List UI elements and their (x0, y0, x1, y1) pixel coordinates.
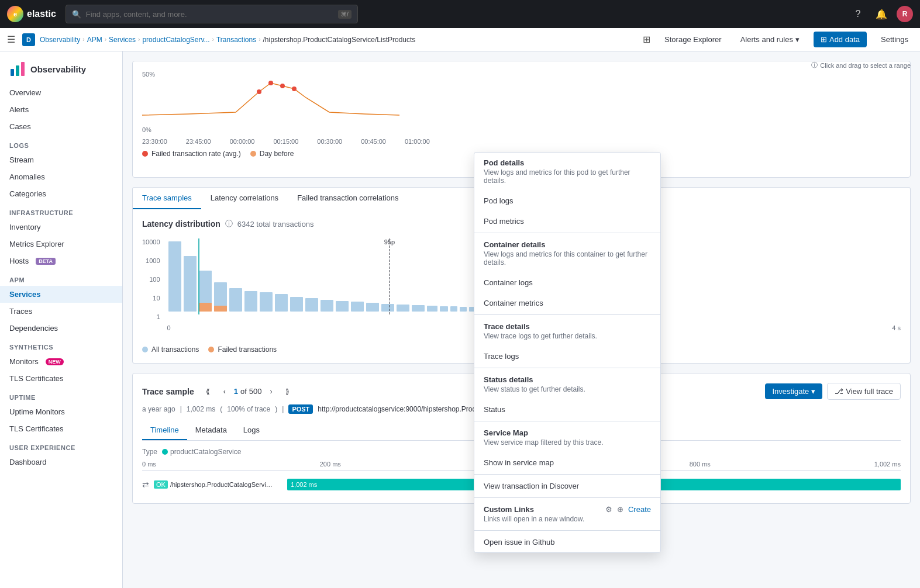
y-label-50: 50% (142, 71, 901, 78)
sidebar-item-dashboard[interactable]: Dashboard (0, 454, 122, 471)
trace-first-btn[interactable]: ⟪ (201, 385, 215, 399)
dropdown-trace-details[interactable]: Trace details View trace logs to get fur… (474, 316, 660, 346)
sidebar-item-monitors[interactable]: Monitors NEW (0, 353, 122, 370)
svg-rect-0 (11, 69, 14, 76)
svg-rect-23 (412, 305, 425, 312)
dropdown-status-details[interactable]: Status details View status to get furthe… (474, 369, 660, 399)
tab-trace-samples[interactable]: Trace samples (133, 188, 201, 209)
sidebar-section-synthetics: Synthetics (0, 337, 122, 353)
view-full-trace-btn[interactable]: ⎇ View full trace (827, 383, 901, 400)
arrows-icon: ⇄ (142, 480, 149, 489)
breadcrumb-d[interactable]: D (22, 33, 35, 46)
main-layout: Observability Overview Alerts Cases Logs… (0, 51, 920, 588)
dropdown-view-discover[interactable]: View transaction in Discover (474, 476, 660, 496)
sidebar-item-overview[interactable]: Overview (0, 84, 122, 101)
svg-rect-18 (336, 301, 349, 312)
legend-day-before: Day before (250, 150, 294, 158)
settings-btn[interactable]: Settings (876, 33, 913, 46)
sidebar-item-dependencies[interactable]: Dependencies (0, 320, 122, 337)
dist-count: 6342 total transactions (237, 220, 314, 229)
help-icon[interactable]: ? (850, 6, 866, 22)
tab-latency-correlations[interactable]: Latency correlations (201, 188, 288, 209)
svg-rect-8 (184, 256, 197, 312)
dropdown-container-logs[interactable]: Container logs (474, 272, 660, 293)
dropdown-container-metrics[interactable]: Container metrics (474, 293, 660, 313)
svg-point-6 (292, 87, 297, 91)
sidebar-item-tls2[interactable]: TLS Certificates (0, 420, 122, 437)
dropdown-show-service-map[interactable]: Show in service map (474, 452, 660, 473)
dist-title: Latency distribution (142, 219, 220, 229)
breadcrumb-arrow-4: › (212, 36, 214, 43)
dropdown-status[interactable]: Status (474, 399, 660, 420)
legend-failed-dot2 (208, 347, 214, 352)
breadcrumb-arrow-2: › (105, 36, 106, 43)
sidebar-item-traces[interactable]: Traces (0, 303, 122, 320)
sidebar-item-tls[interactable]: TLS Certificates (0, 370, 122, 387)
sidebar-item-inventory[interactable]: Inventory (0, 219, 122, 236)
sidebar-item-anomalies[interactable]: Anomalies (0, 168, 122, 185)
dropdown-trace-logs[interactable]: Trace logs (474, 346, 660, 366)
breadcrumb-catalog[interactable]: productCatalogServ... (142, 36, 209, 44)
sidebar-section-infrastructure: Infrastructure (0, 202, 122, 219)
sidebar-item-cases[interactable]: Cases (0, 118, 122, 135)
alerts-rules-btn[interactable]: Alerts and rules ▾ (736, 33, 804, 46)
svg-rect-7 (168, 241, 181, 312)
svg-rect-14 (275, 294, 288, 312)
breadcrumb-observability[interactable]: Observability (40, 36, 80, 44)
add-icon-btn[interactable]: ⊕ (617, 505, 623, 514)
svg-rect-13 (260, 292, 273, 312)
svg-rect-2 (21, 62, 25, 76)
dist-yaxis: 10000 1000 100 10 1 (142, 238, 165, 320)
divider-2 (474, 314, 660, 315)
dropdown-service-map: Service Map View service map filtered by… (474, 423, 660, 452)
trace-tab-timeline[interactable]: Timeline (142, 421, 187, 440)
sidebar: Observability Overview Alerts Cases Logs… (0, 51, 123, 588)
sidebar-item-uptime-monitors[interactable]: Uptime Monitors (0, 403, 122, 420)
trace-tab-logs[interactable]: Logs (235, 421, 268, 440)
sidebar-item-categories[interactable]: Categories (0, 185, 122, 202)
breadcrumb-arrow-1: › (82, 36, 84, 43)
tab-failed-correlations[interactable]: Failed transaction correlations (288, 188, 408, 209)
legend-all-transactions: All transactions (142, 345, 199, 354)
top-bar-right: ? 🔔 R (850, 6, 913, 22)
sidebar-item-stream[interactable]: Stream (0, 151, 122, 168)
click-drag-hint: ⓘ Click and drag to select a range (811, 61, 911, 70)
dropdown-pod-metrics[interactable]: Pod metrics (474, 211, 660, 231)
elastic-logo[interactable]: e elastic (7, 6, 56, 22)
trace-prev-btn[interactable]: ‹ (218, 385, 232, 399)
user-avatar[interactable]: R (897, 6, 913, 22)
trace-tab-metadata[interactable]: Metadata (187, 421, 235, 440)
breadcrumb-apm[interactable]: APM (87, 36, 102, 44)
chevron-down-icon: ▾ (811, 387, 815, 396)
sidebar-item-hosts[interactable]: Hosts BETA (0, 253, 122, 269)
breadcrumb-bar: ☰ D Observability › APM › Services › pro… (0, 28, 920, 51)
breadcrumb-transactions[interactable]: Transactions (216, 36, 256, 44)
bell-icon[interactable]: 🔔 (873, 6, 890, 22)
trace-last-btn[interactable]: ⟫ (281, 385, 295, 399)
add-data-btn[interactable]: ⊞ Add data (814, 32, 867, 47)
trace-icon: ⎇ (835, 387, 843, 396)
breadcrumb-current: /hipstershop.ProductCatalogService/ListP… (263, 36, 416, 44)
sidebar-item-alerts[interactable]: Alerts (0, 101, 122, 118)
investigate-btn[interactable]: Investigate ▾ (765, 383, 822, 399)
dropdown-container-details[interactable]: Container details View logs and metrics … (474, 234, 660, 272)
svg-rect-25 (440, 306, 448, 312)
dropdown-pod-logs[interactable]: Pod logs (474, 191, 660, 211)
observability-icon (9, 61, 26, 77)
settings-icon-btn[interactable]: ⚙ (605, 505, 612, 514)
sidebar-item-services[interactable]: Services (0, 286, 122, 303)
sidebar-item-metrics-explorer[interactable]: Metrics Explorer (0, 236, 122, 253)
dropdown-pod-details[interactable]: Pod details View logs and metrics for th… (474, 153, 660, 191)
create-link-btn[interactable]: Create (628, 505, 651, 514)
search-bar[interactable]: 🔍 ⌘/ (66, 5, 358, 23)
storage-explorer-btn[interactable]: Storage Explorer (660, 33, 726, 46)
svg-rect-20 (366, 303, 379, 312)
hamburger-menu[interactable]: ☰ (7, 34, 15, 45)
breadcrumb-services[interactable]: Services (109, 36, 136, 44)
custom-links-header: Custom Links ⚙ ⊕ Create (484, 505, 651, 514)
trace-next-btn[interactable]: › (264, 385, 278, 399)
search-input[interactable] (86, 10, 333, 19)
dropdown-github-issue[interactable]: Open issue in Github (474, 532, 660, 552)
service-type: productCatalogService (170, 448, 241, 456)
timeline-op-name: /hipstershop.ProductCatalogService/ListP… (170, 481, 275, 488)
